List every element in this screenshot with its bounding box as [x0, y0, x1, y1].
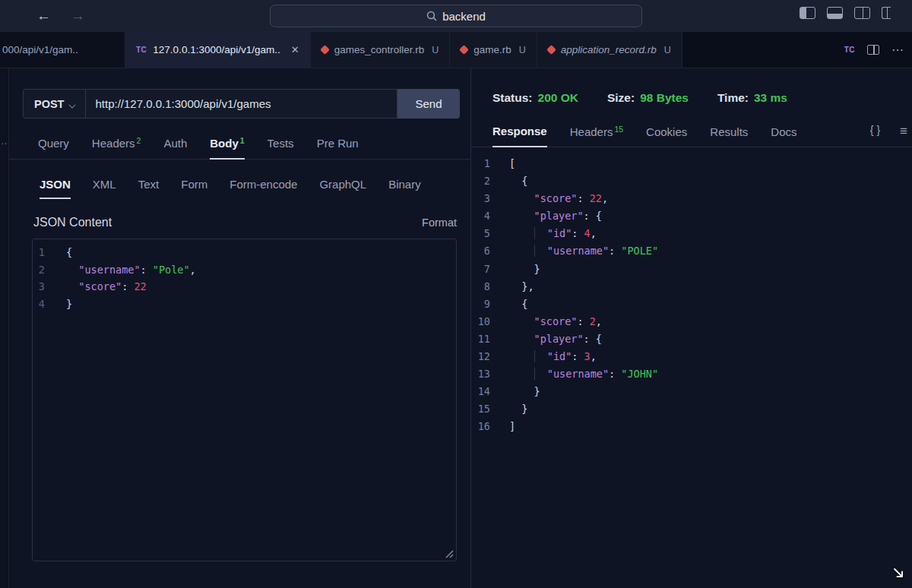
toggle-sidebar-icon[interactable]: [800, 7, 815, 19]
tab-label: Tests: [268, 137, 294, 150]
body-count: 1: [240, 136, 245, 145]
tab-thunder-request[interactable]: TC 127.0.0.1:3000/api/v1/gam.. ✕: [125, 32, 311, 68]
status-label: Status:: [492, 91, 533, 105]
toggle-panel-icon[interactable]: [827, 7, 843, 19]
response-panel: Status: 200 OK Size: 98 Bytes Time: 33 m…: [471, 68, 912, 588]
size-label: Size:: [607, 91, 635, 105]
tab-headers[interactable]: Headers2: [92, 137, 141, 159]
code-line: 8 },: [471, 278, 912, 296]
main-area: … POST Send Query Headers2 Auth Body1 Te…: [0, 68, 912, 588]
response-tools: { } ≡: [870, 124, 912, 147]
tab-label: Pre Run: [317, 137, 359, 150]
code-line: 13 "username": "JOHN": [471, 365, 912, 383]
tab-cookies[interactable]: Cookies: [646, 125, 687, 147]
tab-binary[interactable]: Binary: [388, 178, 421, 199]
menu-icon[interactable]: ≡: [900, 124, 907, 139]
tab-label: Auth: [163, 137, 187, 150]
resize-cursor-icon: [891, 565, 907, 582]
resize-grip-icon[interactable]: [444, 548, 454, 558]
code-line: 15 }: [471, 400, 912, 418]
url-input[interactable]: [85, 89, 397, 119]
code-line: 12 "id": 3,: [471, 348, 912, 365]
history-nav: ← →: [36, 8, 85, 24]
time-value: 33 ms: [754, 91, 787, 105]
request-body-editor[interactable]: 1{2 "username": "Pole",3 "score": 224}: [32, 239, 457, 561]
untracked-badge: U: [519, 45, 526, 55]
body-type-tabs: JSON XML Text Form Form-encode GraphQL B…: [9, 178, 470, 199]
line-number: 16: [471, 418, 509, 435]
line-number: 4: [33, 296, 66, 313]
code-line: 9 {: [471, 296, 912, 313]
tab-actions: TC ⋯: [832, 32, 912, 68]
line-number: 1: [33, 244, 66, 261]
untracked-badge: U: [432, 45, 439, 55]
forward-icon[interactable]: →: [71, 8, 85, 24]
tab-label: Cookies: [646, 125, 687, 138]
line-number: 7: [471, 261, 509, 278]
line-number: 13: [471, 365, 509, 383]
tab-label: Docs: [771, 125, 796, 138]
code-line: 3 "score": 22,: [471, 190, 912, 207]
tab-json[interactable]: JSON: [40, 178, 71, 199]
method-value: POST: [34, 98, 64, 110]
code-line: 5 "id": 4,: [471, 225, 912, 242]
response-tabs: Response Headers15 Cookies Results Docs …: [471, 124, 912, 147]
overflow-ellipsis-icon: …: [1, 135, 8, 147]
search-icon: [426, 11, 437, 21]
tab-form[interactable]: Form: [181, 178, 207, 199]
line-number: 8: [471, 278, 509, 296]
line-number: 15: [471, 400, 509, 418]
headers-count: 2: [137, 136, 141, 145]
line-number: 3: [471, 190, 509, 207]
status-group: Status: 200 OK: [492, 91, 578, 105]
tab-form-encode[interactable]: Form-encode: [230, 178, 297, 199]
tab-game-rb[interactable]: game.rb U: [450, 32, 537, 68]
code-line: 2 {: [471, 172, 912, 190]
tab-response[interactable]: Response: [492, 125, 547, 147]
line-number: 6: [471, 242, 509, 260]
tab-xml[interactable]: XML: [93, 178, 116, 199]
tab-text[interactable]: Text: [138, 178, 160, 199]
ruby-file-icon: [459, 45, 469, 55]
code-line: 4}: [33, 296, 456, 313]
tab-tests[interactable]: Tests: [268, 137, 294, 159]
code-line: 3 "score": 22: [33, 278, 456, 296]
response-status-row: Status: 200 OK Size: 98 Bytes Time: 33 m…: [492, 91, 912, 105]
response-body[interactable]: 1[2 {3 "score": 22,4 "player": {5 "id": …: [471, 155, 912, 436]
tab-overflow-request[interactable]: 000/api/v1/gam..: [0, 32, 125, 68]
tab-label: game.rb: [473, 44, 511, 55]
back-icon[interactable]: ←: [36, 8, 51, 24]
global-search-input[interactable]: backend: [270, 5, 642, 27]
tab-label: Headers: [570, 125, 613, 138]
tab-games-controller[interactable]: games_controller.rb U: [311, 32, 451, 68]
response-headers-count: 15: [614, 125, 623, 134]
layout-overflow-icon[interactable]: [882, 7, 891, 19]
split-layout-icon[interactable]: [854, 7, 870, 19]
tab-query[interactable]: Query: [38, 137, 69, 159]
method-select[interactable]: POST: [23, 89, 85, 119]
code-line: 11 "player": {: [471, 330, 912, 348]
tab-results[interactable]: Results: [710, 125, 748, 147]
search-value: backend: [442, 10, 486, 23]
layout-controls: [800, 7, 912, 19]
time-label: Time:: [717, 91, 749, 105]
more-actions-icon[interactable]: ⋯: [891, 43, 904, 57]
raw-json-icon[interactable]: { }: [870, 124, 880, 139]
tab-docs[interactable]: Docs: [771, 125, 796, 147]
tab-response-headers[interactable]: Headers15: [570, 125, 623, 147]
code-line: 7 }: [471, 261, 912, 278]
tab-application-record[interactable]: application_record.rb U: [537, 32, 682, 68]
status-value: 200 OK: [538, 91, 578, 105]
tab-body[interactable]: Body1: [210, 137, 244, 160]
line-number: 4: [471, 207, 509, 225]
split-editor-icon[interactable]: [867, 45, 879, 55]
tab-auth[interactable]: Auth: [163, 137, 187, 159]
request-url-row: POST Send: [23, 89, 460, 119]
tab-graphql[interactable]: GraphQL: [319, 178, 366, 199]
send-button[interactable]: Send: [397, 89, 460, 119]
thunder-client-icon[interactable]: TC: [844, 46, 855, 54]
format-button[interactable]: Format: [422, 217, 457, 229]
tab-pre-run[interactable]: Pre Run: [317, 137, 359, 159]
close-icon[interactable]: ✕: [291, 44, 299, 55]
collapsed-activity-strip[interactable]: …: [0, 68, 9, 588]
